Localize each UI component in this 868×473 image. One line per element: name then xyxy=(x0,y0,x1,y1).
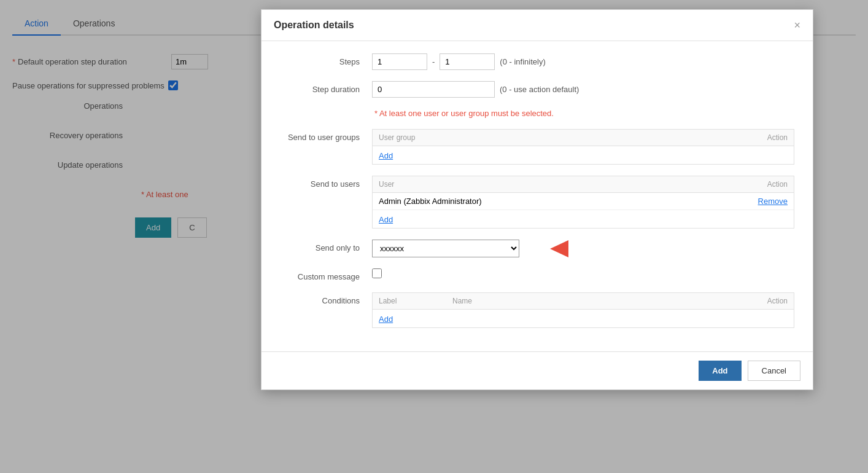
conditions-row: Conditions Label Name Action Add xyxy=(280,292,794,328)
custom-message-checkbox[interactable] xyxy=(372,268,382,278)
steps-separator: - xyxy=(432,57,435,66)
send-only-to-select[interactable]: xxxxxx All Email SMS xyxy=(372,240,519,257)
conditions-table-header: Label Name Action xyxy=(373,293,794,310)
steps-control: - (0 - infinitely) xyxy=(372,53,794,70)
steps-hint: (0 - infinitely) xyxy=(500,57,545,66)
user-table-header: User Action xyxy=(373,176,794,193)
conditions-label: Conditions xyxy=(280,292,372,305)
modal-title: Operation details xyxy=(274,20,354,31)
custom-message-control xyxy=(372,268,794,280)
warning-row: * At least one user or user group must b… xyxy=(280,109,794,118)
send-only-to-row: Send only to xxxxxx All Email SMS xyxy=(280,240,794,257)
user-table: User Action Admin (Zabbix Administrator)… xyxy=(372,176,794,229)
send-only-to-inner: xxxxxx All Email SMS xyxy=(372,240,794,257)
step-duration-inner: (0 - use action default) xyxy=(372,81,794,98)
steps-inputs: - (0 - infinitely) xyxy=(372,53,794,70)
send-to-users-label: Send to users xyxy=(280,176,372,189)
user-table-body: Admin (Zabbix Administrator) Remove xyxy=(373,193,794,210)
operation-details-modal: Operation details × Steps - (0 - infinit… xyxy=(261,9,813,390)
user-group-table-body: Add xyxy=(373,146,794,164)
steps-from-input[interactable] xyxy=(372,53,427,70)
steps-row: Steps - (0 - infinitely) xyxy=(280,53,794,70)
user-group-action-header: Action xyxy=(726,133,788,142)
warning-label-spacer xyxy=(280,109,372,112)
user-group-table: User group Action Add xyxy=(372,129,794,165)
conditions-table: Label Name Action Add xyxy=(372,292,794,328)
conditions-action-col: Action xyxy=(726,297,788,305)
user-group-table-header: User group Action xyxy=(373,130,794,146)
user-action-cell: Remove xyxy=(726,197,788,206)
send-only-to-label: Send only to xyxy=(280,240,372,252)
send-to-user-groups-row: Send to user groups User group Action Ad… xyxy=(280,129,794,165)
user-action-header: Action xyxy=(726,180,788,189)
red-arrow-icon xyxy=(532,240,568,257)
conditions-name-col: Name xyxy=(452,297,726,305)
remove-user-link[interactable]: Remove xyxy=(758,197,788,206)
custom-message-row: Custom message xyxy=(280,268,794,281)
user-name: Admin (Zabbix Administrator) xyxy=(379,197,726,206)
warning-text: * At least one user or user group must b… xyxy=(374,109,554,118)
conditions-label-col: Label xyxy=(379,297,452,305)
custom-message-label: Custom message xyxy=(280,268,372,281)
step-duration-label: Step duration xyxy=(280,81,372,94)
user-col-header: User xyxy=(379,180,726,189)
modal-body: Steps - (0 - infinitely) Step duration (… xyxy=(262,41,813,351)
warning-control: * At least one user or user group must b… xyxy=(372,109,794,118)
send-to-users-control: User Action Admin (Zabbix Administrator)… xyxy=(372,176,794,229)
modal-footer: Add Cancel xyxy=(262,351,813,389)
modal-close-button[interactable]: × xyxy=(794,20,800,31)
user-group-col-header: User group xyxy=(379,133,726,142)
user-table-row: Admin (Zabbix Administrator) Remove xyxy=(373,193,794,210)
send-to-user-groups-label: Send to user groups xyxy=(280,129,372,142)
conditions-table-body: Add xyxy=(373,310,794,327)
step-duration-hint: (0 - use action default) xyxy=(500,85,579,94)
send-only-to-control: xxxxxx All Email SMS xyxy=(372,240,794,257)
user-group-add-link[interactable]: Add xyxy=(379,151,393,160)
conditions-control: Label Name Action Add xyxy=(372,292,794,328)
send-to-user-groups-control: User group Action Add xyxy=(372,129,794,165)
steps-to-input[interactable] xyxy=(440,53,495,70)
step-duration-input[interactable] xyxy=(372,81,495,98)
steps-label: Steps xyxy=(280,53,372,66)
user-add-link[interactable]: Add xyxy=(379,215,393,224)
modal-cancel-button[interactable]: Cancel xyxy=(748,361,800,381)
modal-header: Operation details × xyxy=(262,10,813,41)
send-to-users-row: Send to users User Action Admin (Zabbix … xyxy=(280,176,794,229)
step-duration-row: Step duration (0 - use action default) xyxy=(280,81,794,98)
step-duration-control: (0 - use action default) xyxy=(372,81,794,98)
modal-add-button[interactable]: Add xyxy=(699,361,741,381)
user-table-footer: Add xyxy=(373,210,794,228)
conditions-add-link[interactable]: Add xyxy=(379,315,393,324)
